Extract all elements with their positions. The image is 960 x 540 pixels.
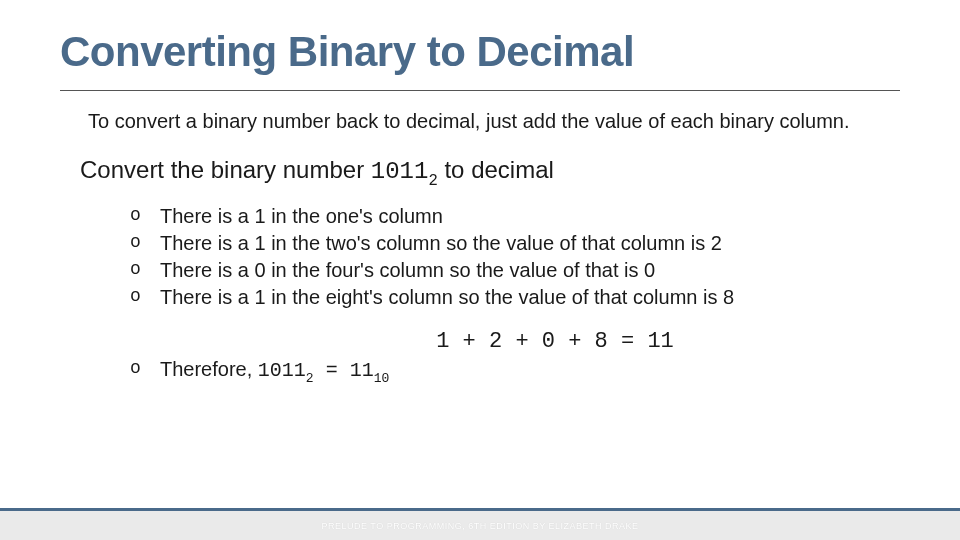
- list-item: There is a 1 in the one's column: [130, 203, 900, 230]
- title-rule: [60, 90, 900, 91]
- convert-suffix: to decimal: [438, 156, 554, 183]
- equation: 1 + 2 + 0 + 8 = 11: [210, 329, 900, 354]
- therefore-eq: =: [314, 359, 350, 382]
- therefore-list: Therefore, 10112 = 1110: [130, 356, 900, 387]
- therefore-lhs: 1011: [258, 359, 306, 382]
- slide: Converting Binary to Decimal To convert …: [0, 0, 960, 540]
- therefore-item: Therefore, 10112 = 1110: [130, 356, 900, 387]
- slide-title: Converting Binary to Decimal: [60, 28, 900, 76]
- therefore-rhs-base: 10: [374, 371, 390, 386]
- convert-binary: 1011: [371, 158, 429, 185]
- convert-line: Convert the binary number 10112 to decim…: [80, 156, 900, 189]
- therefore-prefix: Therefore,: [160, 358, 258, 380]
- convert-prefix: Convert the binary number: [80, 156, 371, 183]
- bullet-list: There is a 1 in the one's column There i…: [130, 203, 900, 311]
- list-item: There is a 1 in the two's column so the …: [130, 230, 900, 257]
- convert-base: 2: [428, 172, 437, 190]
- list-item: There is a 0 in the four's column so the…: [130, 257, 900, 284]
- therefore-lhs-base: 2: [306, 371, 314, 386]
- intro-text: To convert a binary number back to decim…: [88, 109, 900, 134]
- footer-text: PRELUDE TO PROGRAMMING, 6TH EDITION BY E…: [321, 521, 638, 531]
- footer-bar: PRELUDE TO PROGRAMMING, 6TH EDITION BY E…: [0, 508, 960, 540]
- list-item: There is a 1 in the eight's column so th…: [130, 284, 900, 311]
- therefore-rhs: 11: [350, 359, 374, 382]
